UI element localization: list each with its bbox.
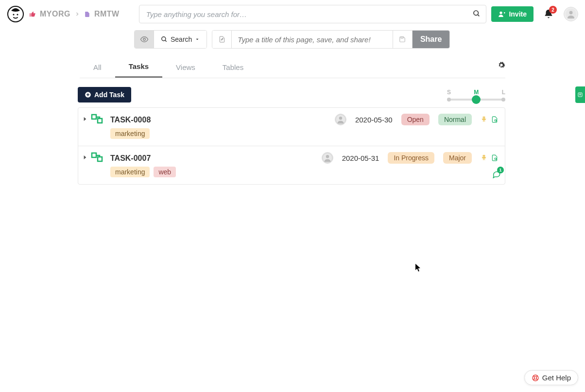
breadcrumb-org[interactable]: MYORG bbox=[40, 10, 70, 18]
notification-count: 2 bbox=[549, 6, 557, 14]
svg-rect-14 bbox=[98, 119, 102, 123]
size-s-label: S bbox=[447, 89, 451, 96]
size-slider[interactable]: S M L bbox=[447, 89, 505, 101]
pin-button[interactable] bbox=[481, 116, 487, 123]
file-icon bbox=[84, 11, 90, 17]
svg-rect-13 bbox=[92, 115, 96, 119]
expand-caret[interactable] bbox=[83, 155, 87, 177]
search-icon[interactable] bbox=[473, 10, 481, 17]
tab-tasks[interactable]: Tasks bbox=[115, 56, 162, 78]
svg-line-4 bbox=[478, 15, 479, 16]
gear-icon bbox=[498, 61, 505, 69]
open-doc-button[interactable] bbox=[491, 116, 498, 123]
app-logo[interactable] bbox=[7, 5, 24, 23]
task-row[interactable]: TASK-0008 marketing 2020-05-30 Open Norm… bbox=[78, 108, 505, 146]
svg-point-2 bbox=[17, 14, 18, 15]
search-dd-label: Search bbox=[171, 35, 192, 43]
tab-all[interactable]: All bbox=[80, 57, 115, 77]
breadcrumb-project[interactable]: RMTW bbox=[94, 10, 120, 18]
add-task-button[interactable]: Add Task bbox=[78, 87, 131, 102]
svg-point-9 bbox=[162, 37, 166, 41]
svg-point-8 bbox=[143, 38, 145, 41]
help-icon bbox=[532, 374, 539, 382]
size-l-label: L bbox=[502, 89, 505, 96]
svg-line-33 bbox=[533, 379, 534, 380]
caret-down-icon bbox=[195, 37, 200, 42]
edit-title-icon[interactable] bbox=[212, 31, 232, 48]
svg-point-29 bbox=[534, 376, 536, 379]
tab-views[interactable]: Views bbox=[162, 57, 209, 77]
svg-rect-11 bbox=[401, 37, 403, 38]
slider-stop-s[interactable] bbox=[447, 98, 451, 102]
plus-circle-icon bbox=[85, 91, 91, 98]
user-avatar[interactable] bbox=[564, 7, 578, 21]
assignee-avatar[interactable] bbox=[335, 114, 346, 125]
svg-rect-19 bbox=[92, 153, 96, 157]
share-label: Share bbox=[420, 35, 442, 44]
get-help-button[interactable]: Get Help bbox=[524, 370, 578, 385]
notifications-button[interactable]: 2 bbox=[543, 9, 554, 19]
task-list: TASK-0008 marketing 2020-05-30 Open Norm… bbox=[78, 107, 505, 185]
global-search-input[interactable] bbox=[139, 5, 487, 23]
settings-button[interactable] bbox=[498, 61, 505, 69]
task-type-icon bbox=[91, 114, 106, 139]
svg-point-22 bbox=[326, 155, 328, 158]
invite-button[interactable]: Invite bbox=[491, 6, 533, 22]
add-task-label: Add Task bbox=[94, 91, 124, 99]
save-icon bbox=[399, 36, 406, 43]
panel-icon bbox=[577, 92, 583, 98]
eye-icon bbox=[140, 35, 149, 44]
invite-label: Invite bbox=[509, 10, 527, 18]
task-row[interactable]: TASK-0007 marketingweb 2020-05-31 In Pro… bbox=[78, 146, 505, 184]
side-panel-toggle[interactable] bbox=[575, 86, 585, 103]
task-date: 2020-05-30 bbox=[355, 116, 393, 124]
svg-line-31 bbox=[536, 379, 538, 380]
size-m-label: M bbox=[474, 89, 479, 96]
caret-right-icon bbox=[83, 117, 87, 121]
svg-point-5 bbox=[500, 12, 502, 14]
open-doc-button[interactable] bbox=[491, 154, 498, 161]
slider-stop-l[interactable] bbox=[501, 98, 505, 102]
save-title-button[interactable] bbox=[393, 31, 412, 48]
comment-count: 1 bbox=[497, 167, 504, 173]
cursor-icon bbox=[415, 263, 422, 272]
comments-button[interactable]: 1 bbox=[492, 170, 501, 178]
search-dropdown[interactable]: Search bbox=[154, 31, 206, 48]
page-title-input[interactable] bbox=[232, 31, 393, 48]
thumbs-up-icon bbox=[29, 11, 36, 17]
priority-badge[interactable]: Major bbox=[443, 152, 472, 164]
svg-rect-20 bbox=[98, 157, 102, 161]
tab-tables[interactable]: Tables bbox=[209, 57, 257, 77]
priority-badge[interactable]: Normal bbox=[438, 114, 472, 125]
slider-knob[interactable] bbox=[472, 95, 481, 104]
task-tag[interactable]: marketing bbox=[110, 167, 150, 177]
svg-point-7 bbox=[569, 11, 573, 15]
task-tag[interactable]: marketing bbox=[110, 128, 150, 139]
chevron-right-icon bbox=[74, 11, 80, 17]
visibility-toggle[interactable] bbox=[135, 31, 154, 48]
task-type-icon bbox=[91, 152, 106, 177]
task-tag[interactable]: web bbox=[154, 167, 176, 177]
svg-point-16 bbox=[339, 117, 342, 119]
pin-button[interactable] bbox=[481, 154, 487, 161]
svg-line-30 bbox=[533, 375, 534, 377]
svg-line-32 bbox=[536, 375, 538, 377]
status-badge[interactable]: In Progress bbox=[388, 152, 434, 164]
svg-point-3 bbox=[474, 11, 478, 15]
task-title[interactable]: TASK-0008 bbox=[110, 116, 151, 124]
share-button[interactable]: Share bbox=[412, 31, 449, 48]
assignee-avatar[interactable] bbox=[322, 152, 333, 164]
breadcrumb: MYORG RMTW bbox=[29, 10, 120, 18]
task-title[interactable]: TASK-0007 bbox=[110, 154, 176, 163]
status-badge[interactable]: Open bbox=[401, 114, 430, 125]
svg-line-10 bbox=[165, 40, 167, 42]
get-help-label: Get Help bbox=[542, 374, 571, 382]
search-icon bbox=[161, 36, 168, 43]
caret-right-icon bbox=[83, 155, 87, 160]
file-edit-icon bbox=[219, 36, 225, 43]
task-date: 2020-05-31 bbox=[342, 154, 379, 162]
svg-point-1 bbox=[13, 14, 14, 15]
invite-user-icon bbox=[498, 10, 506, 18]
expand-caret[interactable] bbox=[83, 117, 87, 139]
